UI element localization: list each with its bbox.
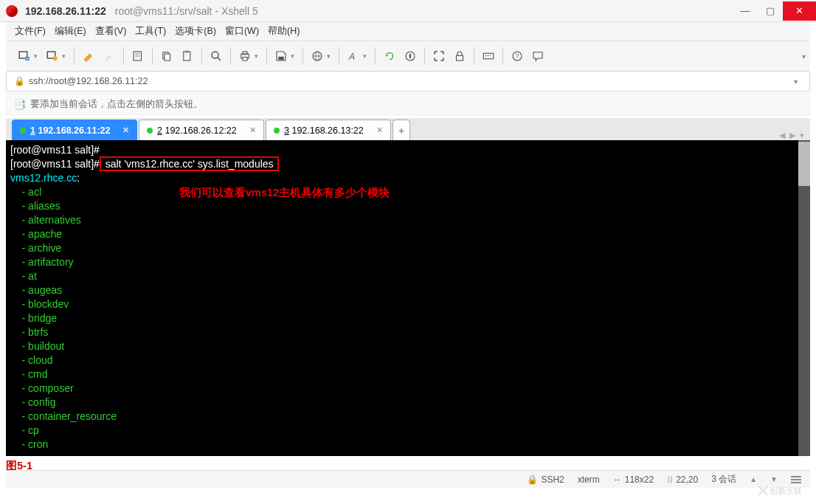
- compass-icon[interactable]: [401, 46, 420, 66]
- reconnect-icon[interactable]: [43, 46, 62, 66]
- menu-file[interactable]: 文件(F): [15, 25, 46, 38]
- module-item: - buildout: [10, 339, 806, 353]
- colon: :: [77, 172, 80, 184]
- close-icon[interactable]: ✕: [249, 125, 256, 135]
- module-item: - container_resource: [10, 410, 806, 424]
- separator: [339, 48, 339, 64]
- dropdown-icon[interactable]: ▾: [62, 52, 69, 60]
- title-subtitle: root@vms11:/srv/salt - Xshell 5: [115, 5, 258, 17]
- separator: [424, 48, 425, 64]
- tab-label: 192.168.26.12:22: [165, 125, 236, 136]
- app-icon: [6, 5, 18, 17]
- module-item: - cmd: [10, 367, 806, 382]
- close-icon[interactable]: ✕: [122, 125, 129, 135]
- tab-next-icon[interactable]: ▶: [789, 131, 795, 140]
- highlight-icon[interactable]: [100, 46, 119, 66]
- menu-tabs[interactable]: 选项卡(B): [175, 25, 216, 38]
- svg-rect-9: [165, 54, 170, 61]
- menu-window[interactable]: 窗口(W): [225, 25, 259, 38]
- dropdown-icon[interactable]: ▾: [255, 52, 262, 60]
- module-item: - at: [10, 269, 806, 283]
- tab-session-3[interactable]: 3 192.168.26.13:22 ✕: [266, 120, 391, 140]
- menu-view[interactable]: 查看(V): [95, 25, 127, 38]
- separator: [502, 48, 503, 64]
- hint-text: 要添加当前会话，点击左侧的箭头按钮。: [30, 98, 203, 111]
- tab-icon[interactable]: 📑: [14, 99, 26, 110]
- tab-number: 1: [30, 125, 35, 136]
- svg-rect-15: [243, 52, 247, 55]
- add-tab-button[interactable]: +: [393, 120, 410, 140]
- tab-navigation: ◀ ▶ ▾: [779, 131, 804, 140]
- status-position: ⁞⁞22,20: [667, 474, 698, 485]
- module-item: - archive: [10, 241, 806, 255]
- edit-icon[interactable]: [79, 46, 98, 66]
- svg-text:+: +: [26, 56, 29, 61]
- status-dot-icon: [20, 128, 26, 134]
- tabbar: 1 192.168.26.11:22 ✕ 2 192.168.26.12:22 …: [6, 118, 810, 140]
- addressbar[interactable]: 🔒 ssh://root@192.168.26.11:22 ▾: [6, 71, 810, 92]
- svg-point-25: [485, 55, 487, 57]
- terminal-prompt: [root@vms11 salt]#: [10, 158, 100, 170]
- status-size: ↔118x22: [613, 474, 654, 485]
- separator: [230, 48, 231, 64]
- cursor-icon: ⁞⁞: [667, 474, 673, 485]
- close-button[interactable]: ✕: [783, 1, 816, 21]
- properties-icon[interactable]: [128, 46, 148, 66]
- paste-icon[interactable]: [178, 46, 197, 66]
- font-icon[interactable]: A: [344, 46, 363, 66]
- svg-rect-11: [185, 51, 189, 53]
- separator: [474, 48, 474, 64]
- terminal-scrollbar[interactable]: [798, 140, 810, 456]
- new-session-icon[interactable]: +: [15, 46, 34, 66]
- module-item: - cloud: [10, 353, 806, 367]
- status-sessions: 3 会话: [711, 473, 736, 486]
- separator: [266, 48, 267, 64]
- titlebar: 192.168.26.11:22 root@vms11:/srv/salt - …: [0, 0, 816, 22]
- chat-icon[interactable]: [528, 46, 547, 66]
- menu-edit[interactable]: 编辑(E): [55, 25, 86, 38]
- menu-tools[interactable]: 工具(T): [135, 25, 166, 38]
- status-protocol: 🔒SSH2: [527, 474, 564, 485]
- tab-number: 2: [157, 125, 162, 136]
- tab-prev-icon[interactable]: ◀: [779, 131, 785, 140]
- separator: [74, 48, 75, 64]
- dropdown-icon[interactable]: ▾: [291, 52, 298, 60]
- dropdown-icon[interactable]: ▾: [327, 52, 334, 60]
- save-icon[interactable]: [272, 46, 291, 66]
- status-term: xterm: [578, 474, 600, 485]
- globe-icon[interactable]: [308, 46, 327, 66]
- tab-session-2[interactable]: 2 192.168.26.12:22 ✕: [139, 120, 264, 140]
- annotation-text: 我们可以查看vms12主机具体有多少个模块: [179, 186, 390, 200]
- tab-menu-icon[interactable]: ▾: [800, 131, 804, 140]
- scrollbar-thumb[interactable]: [798, 142, 810, 186]
- watermark-text: 创新互联: [770, 486, 802, 497]
- separator: [375, 48, 376, 64]
- tab-session-1[interactable]: 1 192.168.26.11:22 ✕: [12, 120, 137, 140]
- module-item: - artifactory: [10, 255, 806, 269]
- keyboard-icon[interactable]: [479, 46, 498, 66]
- search-icon[interactable]: [207, 46, 226, 66]
- module-item: - aliases: [10, 199, 806, 213]
- fullscreen-icon[interactable]: [429, 46, 449, 66]
- svg-rect-16: [243, 58, 247, 61]
- addressbar-overflow-icon[interactable]: ▾: [794, 77, 802, 86]
- watermark: ✕ 创新互联: [742, 478, 816, 504]
- terminal-prompt: [root@vms11 salt]#: [10, 144, 100, 156]
- dropdown-icon[interactable]: ▾: [34, 52, 41, 60]
- toolbar: + ▾ ▾ ▾ ▾ ▾ A ▾ ? ▾: [6, 41, 810, 71]
- maximize-button[interactable]: ▢: [758, 1, 783, 21]
- watermark-icon: ✕: [756, 482, 770, 501]
- menu-help[interactable]: 帮助(H): [268, 25, 300, 38]
- refresh-icon[interactable]: [380, 46, 399, 66]
- svg-point-26: [488, 55, 489, 57]
- close-icon[interactable]: ✕: [376, 125, 383, 135]
- print-icon[interactable]: [235, 46, 255, 66]
- lock-icon[interactable]: [450, 46, 469, 66]
- tab-label: 192.168.26.13:22: [291, 125, 363, 136]
- terminal[interactable]: [root@vms11 salt]# [root@vms11 salt]# sa…: [6, 140, 810, 456]
- minimize-button[interactable]: —: [733, 1, 758, 21]
- toolbar-overflow-icon[interactable]: ▾: [802, 52, 810, 61]
- copy-icon[interactable]: [157, 46, 176, 66]
- dropdown-icon[interactable]: ▾: [363, 52, 370, 60]
- help-icon[interactable]: ?: [508, 46, 527, 66]
